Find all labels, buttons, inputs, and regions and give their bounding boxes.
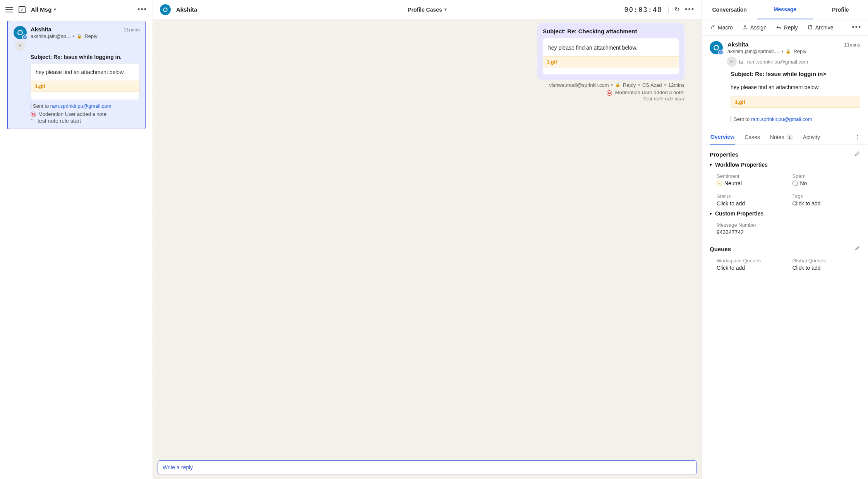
- tab-profile[interactable]: Profile: [813, 0, 868, 19]
- hamburger-icon[interactable]: [5, 7, 13, 12]
- time-ago: 11mins: [124, 27, 140, 33]
- detail-name: Akshita: [727, 41, 748, 48]
- spam-label: Spam: [793, 173, 861, 179]
- lock-icon: 🔒: [77, 34, 82, 39]
- detail-email: akshita.jain@sprinklr....: [727, 48, 779, 54]
- message-bubble: Subject: Re: Checking attachment hey ple…: [537, 23, 684, 80]
- macro-button[interactable]: Macro: [710, 24, 733, 31]
- bubble-sender-email: vishwa.modi@sprinklr.com: [549, 82, 609, 88]
- spam-value[interactable]: ! No: [793, 180, 861, 186]
- info-icon: !: [793, 181, 798, 186]
- center-name: Akshita: [176, 6, 197, 13]
- sent-to-line: Sent to ram.sprinklr.pu@gmail.com: [31, 103, 140, 109]
- detail-attachment[interactable]: 1.gif: [731, 96, 860, 108]
- subtabs-more-icon[interactable]: ⋮: [855, 130, 860, 144]
- bubble-reply-badge: Reply: [623, 82, 636, 88]
- detail-tabs: Conversation Message Profile: [702, 0, 868, 19]
- detail-subject: Subject: Re: Issue while loggin in>: [731, 71, 860, 77]
- global-queues-label: Global Queues: [793, 258, 861, 264]
- conversation-card[interactable]: ✉ E Akshita 11mins akshita.jain@sp... • …: [7, 21, 146, 129]
- edit-properties-icon[interactable]: [854, 151, 860, 158]
- chevron-down-icon: ▾: [444, 7, 447, 12]
- bubble-time: 12mins: [668, 82, 684, 88]
- subtab-overview[interactable]: Overview: [710, 130, 735, 145]
- message-preview: hey please find an attachment below. 1.g…: [31, 63, 140, 100]
- attachment-chip[interactable]: 1.gif: [31, 81, 139, 92]
- workspace-queues-value[interactable]: Click to add: [717, 265, 785, 271]
- detail-time: 11mins: [844, 42, 860, 48]
- note-label: Moderation User added a note:: [38, 111, 108, 117]
- assign-button[interactable]: Assign: [742, 24, 767, 31]
- custom-properties-toggle[interactable]: ▾ Custom Properties: [710, 210, 860, 217]
- msgnum-label: Message Number: [717, 222, 860, 228]
- bubble-attachment[interactable]: 1.gif: [543, 56, 679, 67]
- center-avatar: [160, 4, 171, 15]
- toolbar-more-icon[interactable]: •••: [852, 23, 861, 31]
- bubble-body: hey please find an attachment below.: [548, 45, 674, 51]
- sentiment-label: Sentiment: [717, 173, 785, 179]
- sender-name: Akshita: [31, 26, 51, 33]
- select-all-checkbox[interactable]: ✓: [19, 6, 26, 13]
- chevron-down-icon: ▾: [710, 211, 712, 216]
- sender-email: akshita.jain@sp...: [31, 33, 70, 39]
- avatar: ✉: [14, 26, 27, 39]
- reply-badge: Reply: [84, 33, 97, 39]
- lock-icon: 🔒: [615, 82, 621, 88]
- detail-body-text: hey please find an attachment below.: [731, 84, 860, 90]
- chevron-down-icon: ▾: [710, 162, 712, 167]
- tab-conversation[interactable]: Conversation: [702, 0, 757, 19]
- more-menu-icon[interactable]: •••: [137, 5, 147, 14]
- status-label: Status: [717, 193, 785, 199]
- filter-label: All Msg: [31, 6, 51, 13]
- msgnum-value: 943347742: [717, 229, 860, 235]
- message-text: hey please find an attachment below.: [36, 69, 135, 75]
- neutral-face-icon: ••: [717, 181, 722, 186]
- queues-title: Queues: [710, 246, 731, 252]
- tab-message[interactable]: Message: [757, 0, 813, 19]
- notes-count: 1: [787, 134, 793, 140]
- channel-badge-icon: ✉: [718, 50, 724, 55]
- status-value[interactable]: Click to add: [717, 200, 785, 207]
- sent-to-email[interactable]: ram.sprinklr.pu@gmail.com: [50, 103, 112, 109]
- moderation-badge-icon: M: [607, 90, 612, 96]
- subtab-notes[interactable]: Notes 1: [769, 130, 794, 144]
- workflow-properties-toggle[interactable]: ▾ Workflow Properties: [710, 162, 860, 168]
- detail-sent-to-email[interactable]: ram.sprinklr.pu@gmail.com: [751, 116, 812, 122]
- reply-input[interactable]: [158, 460, 697, 474]
- bubble-user: CS Azad: [642, 82, 662, 88]
- to-email: ram.sprinklr.pu@gmail.com: [747, 59, 808, 65]
- chevron-down-icon: ▾: [54, 7, 56, 12]
- reply-button[interactable]: Reply: [776, 24, 798, 31]
- svg-point-2: [744, 26, 746, 27]
- detail-reply-badge: Reply: [793, 48, 806, 54]
- subtab-activity[interactable]: Activity: [802, 130, 821, 144]
- bubble-note-text: test note rule start: [537, 96, 684, 102]
- note-text: test note rule start: [31, 118, 140, 124]
- properties-title: Properties: [710, 151, 738, 158]
- detail-avatar: ✉: [710, 41, 723, 54]
- tags-label: Tags: [793, 193, 861, 199]
- edit-queues-icon[interactable]: [854, 245, 860, 252]
- filter-dropdown[interactable]: All Msg ▾: [31, 6, 56, 13]
- bubble-subject: Subject: Re: Checking attachment: [543, 28, 679, 34]
- tags-value[interactable]: Click to add: [793, 200, 861, 207]
- conversation-subject: Subject: Re: Issue while logging in.: [31, 54, 140, 60]
- timer: 00:03:48: [624, 6, 662, 14]
- refresh-icon[interactable]: ↻: [674, 6, 679, 13]
- profile-cases-dropdown[interactable]: Profile Cases ▾: [408, 7, 447, 13]
- channel-badge-icon: ✉: [22, 34, 27, 40]
- secondary-avatar: E: [15, 41, 25, 51]
- archive-button[interactable]: Archive: [807, 24, 834, 31]
- center-more-icon[interactable]: •••: [685, 5, 695, 14]
- detail-sent-to: Sent to ram.sprinklr.pu@gmail.com: [731, 116, 860, 122]
- sentiment-value[interactable]: •• Neutral: [717, 180, 785, 186]
- recipient-avatar: E: [727, 57, 737, 67]
- lock-icon: 🔒: [786, 49, 791, 54]
- to-label: to:: [739, 59, 744, 65]
- workspace-queues-label: Workspace Queues: [717, 258, 785, 264]
- moderation-badge-icon: M: [31, 112, 36, 117]
- subtab-cases[interactable]: Cases: [744, 130, 761, 144]
- global-queues-value[interactable]: Click to add: [793, 265, 861, 271]
- bubble-note-label: Moderation User added a note:: [615, 90, 684, 95]
